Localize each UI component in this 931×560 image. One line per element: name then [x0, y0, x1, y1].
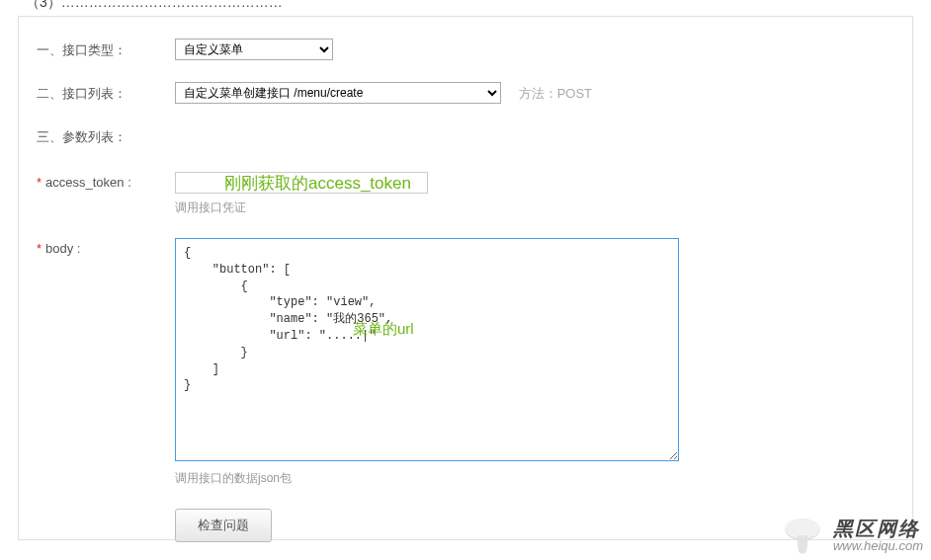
method-label: 方法：POST — [519, 85, 592, 103]
mushroom-icon — [782, 515, 823, 556]
textarea-body[interactable]: { "button": [ { "type": "view", "name": … — [175, 238, 679, 461]
required-asterisk: * — [37, 175, 42, 190]
label-access-token: *access_token : — [37, 172, 175, 190]
check-button[interactable]: 检查问题 — [175, 509, 272, 542]
label-body: *body : — [37, 238, 175, 256]
page-header-fragment: （3）………………………………………… — [26, 0, 283, 12]
row-body: *body : { "button": [ { "type": "view", … — [37, 238, 894, 487]
hint-body: 调用接口的数据json包 — [175, 470, 894, 487]
input-access-token[interactable] — [175, 172, 428, 194]
form-panel: 一、接口类型： 自定义菜单 二、接口列表： 自定义菜单创建接口 /menu/cr… — [18, 16, 913, 540]
required-asterisk: * — [37, 241, 42, 256]
row-interface-type: 一、接口类型： 自定义菜单 — [37, 39, 894, 60]
label-api-list: 二、接口列表： — [37, 82, 175, 103]
select-api[interactable]: 自定义菜单创建接口 /menu/create — [175, 82, 501, 104]
row-actions: 检查问题 — [37, 509, 894, 542]
watermark: 黑区网络 www.heiqu.com — [782, 515, 923, 556]
row-param-list: 三、参数列表： — [37, 125, 894, 146]
label-interface-type: 一、接口类型： — [37, 39, 175, 59]
row-access-token: *access_token : 刚刚获取的access_token 调用接口凭证 — [37, 172, 894, 216]
watermark-text: 黑区网络 www.heiqu.com — [833, 519, 923, 553]
hint-access-token: 调用接口凭证 — [175, 200, 894, 216]
select-interface-type[interactable]: 自定义菜单 — [175, 39, 333, 60]
row-api-list: 二、接口列表： 自定义菜单创建接口 /menu/create 方法：POST — [37, 82, 894, 104]
label-param-list: 三、参数列表： — [37, 125, 175, 146]
